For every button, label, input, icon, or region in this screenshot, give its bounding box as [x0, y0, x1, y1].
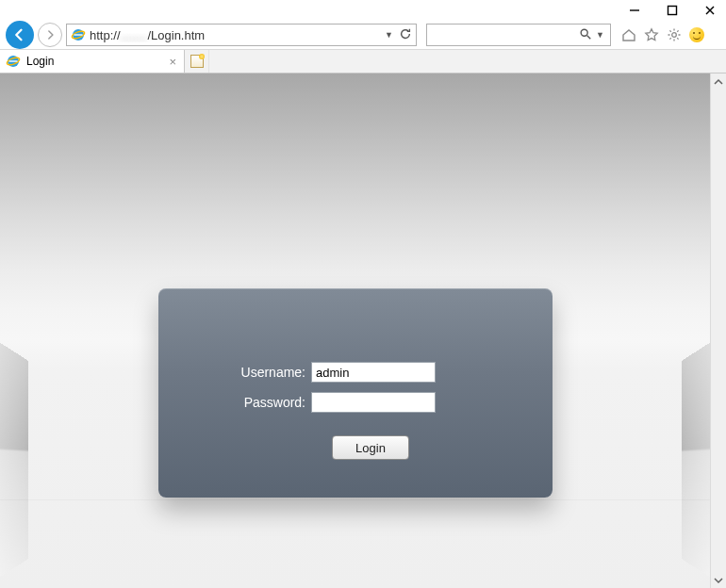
tab-close-button[interactable]: × [167, 55, 178, 69]
login-panel: Username: Password: Login [158, 288, 553, 498]
address-dropdown-icon[interactable]: ▼ [385, 30, 393, 40]
decorative-wall-right [682, 318, 710, 588]
address-url: http://......../Login.htm [90, 28, 205, 42]
svg-point-7 [581, 29, 587, 36]
window-titlebar [0, 0, 726, 21]
scroll-down-button[interactable] [711, 572, 726, 588]
settings-gear-icon[interactable] [666, 26, 683, 43]
tab-title: Login [26, 55, 54, 68]
svg-line-8 [587, 35, 591, 39]
browser-navbar: http://......../Login.htm ▼ ▼ [0, 21, 726, 49]
search-icon[interactable] [579, 27, 592, 43]
window-maximize-button[interactable] [664, 2, 681, 19]
favorites-icon[interactable] [643, 26, 660, 43]
window-minimize-button[interactable] [626, 2, 643, 19]
scroll-up-button[interactable] [711, 74, 726, 90]
window-close-button[interactable] [701, 2, 718, 19]
page-content: Username: Password: Login [0, 74, 710, 588]
ie-logo-icon [6, 54, 21, 69]
vertical-scrollbar[interactable] [710, 74, 726, 588]
address-bar[interactable]: http://......../Login.htm ▼ [66, 24, 417, 46]
forward-button[interactable] [38, 23, 62, 47]
new-tab-button[interactable] [185, 50, 209, 73]
home-icon[interactable] [620, 26, 637, 43]
new-tab-icon [190, 55, 204, 68]
svg-rect-1 [668, 7, 677, 15]
tab-active[interactable]: Login × [0, 50, 185, 73]
decorative-wall-left [0, 318, 28, 588]
svg-rect-6 [74, 34, 83, 35]
svg-point-9 [672, 33, 677, 38]
password-label: Password: [234, 395, 305, 410]
back-button[interactable] [6, 21, 34, 49]
username-label: Username: [234, 365, 305, 380]
search-dropdown-icon[interactable]: ▼ [596, 30, 604, 40]
ie-logo-icon [71, 27, 86, 42]
svg-rect-12 [9, 60, 18, 61]
login-button[interactable]: Login [332, 435, 409, 460]
search-box[interactable]: ▼ [426, 24, 611, 46]
refresh-button[interactable] [399, 27, 412, 43]
tab-bar: Login × [0, 49, 726, 74]
feedback-smiley-icon[interactable] [688, 26, 705, 43]
password-input[interactable] [311, 392, 436, 413]
username-input[interactable] [311, 362, 436, 383]
